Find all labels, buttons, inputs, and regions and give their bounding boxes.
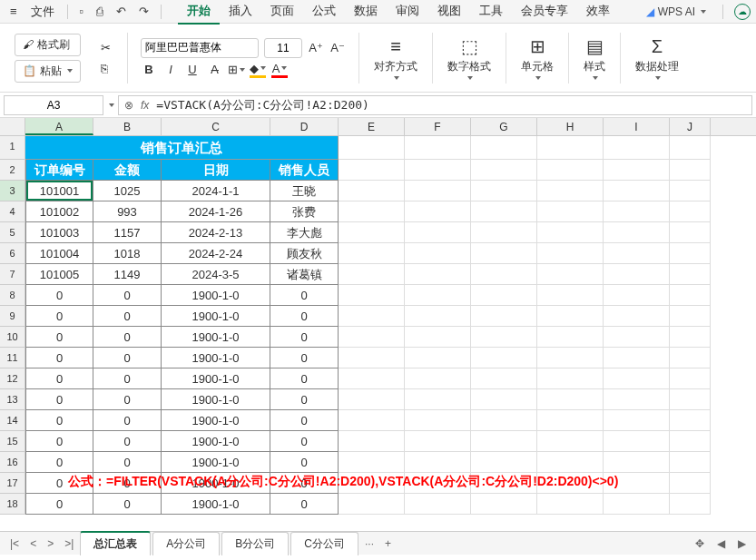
cell[interactable] <box>405 285 471 306</box>
cell[interactable] <box>537 452 604 473</box>
cell[interactable]: 1018 <box>93 243 162 264</box>
col-header-I[interactable]: I <box>604 118 670 135</box>
sheet-nav-prev[interactable]: < <box>25 535 41 552</box>
col-header-J[interactable]: J <box>670 118 711 135</box>
cell[interactable] <box>405 306 471 327</box>
cell[interactable]: 0 <box>93 431 162 452</box>
cell[interactable]: 2024-2-24 <box>162 243 270 264</box>
cell[interactable] <box>471 368 537 389</box>
tab-page[interactable]: 页面 <box>261 0 303 25</box>
cell[interactable]: 0 <box>25 410 93 431</box>
cell[interactable]: 1900-1-0 <box>162 431 270 452</box>
cell[interactable] <box>405 431 471 452</box>
cell[interactable] <box>471 494 537 515</box>
cell[interactable]: 0 <box>93 285 162 306</box>
cell-ref-dropdown[interactable] <box>109 103 114 107</box>
cell[interactable] <box>405 494 471 515</box>
header-cell[interactable]: 订单编号 <box>25 160 93 181</box>
cell[interactable]: 0 <box>25 368 93 389</box>
cell[interactable] <box>471 389 537 410</box>
fill-color-button[interactable]: ◆ <box>250 62 266 78</box>
cell[interactable] <box>471 410 537 431</box>
tab-data[interactable]: 数据 <box>345 0 387 25</box>
cell[interactable]: 顾友秋 <box>270 243 339 264</box>
cell[interactable]: 0 <box>270 368 339 389</box>
cell[interactable]: 0 <box>93 494 162 515</box>
cell-reference-input[interactable] <box>4 95 103 115</box>
cell[interactable] <box>339 494 405 515</box>
cell[interactable] <box>670 473 711 494</box>
cell[interactable]: 1900-1-0 <box>162 494 270 515</box>
scroll-right[interactable]: ▶ <box>733 535 751 552</box>
cell[interactable] <box>537 327 604 348</box>
cell[interactable] <box>405 264 471 285</box>
row-header[interactable]: 1 <box>0 136 25 160</box>
wps-ai-button[interactable]: ◢WPS AI <box>641 4 712 20</box>
tab-review[interactable]: 审阅 <box>387 0 428 25</box>
cell[interactable]: 0 <box>93 410 162 431</box>
sheet-more[interactable]: ··· <box>360 535 378 552</box>
cut-icon[interactable]: ✂ <box>97 39 114 56</box>
data-process-button[interactable]: Σ数据处理 <box>628 33 686 84</box>
cell[interactable]: 1025 <box>93 181 162 201</box>
cell[interactable] <box>339 306 405 327</box>
cell[interactable]: 101003 <box>25 222 93 243</box>
cell[interactable] <box>670 222 711 243</box>
col-header-D[interactable]: D <box>270 118 339 135</box>
row-header[interactable]: 8 <box>0 285 25 306</box>
title-cell[interactable]: 销售订单汇总 <box>25 136 339 160</box>
cell[interactable] <box>537 431 604 452</box>
border-button[interactable]: ⊞ <box>228 62 244 78</box>
cloud-sync-icon[interactable]: ☁ <box>734 4 751 20</box>
sheet-tab-c[interactable]: C分公司 <box>290 532 358 555</box>
add-sheet-button[interactable]: + <box>380 535 396 552</box>
sheet-nav-last[interactable]: >| <box>60 535 78 552</box>
cell[interactable] <box>471 348 537 368</box>
cell[interactable]: 1900-1-0 <box>162 306 270 327</box>
cell[interactable] <box>604 327 670 348</box>
decrease-font-icon[interactable]: A⁻ <box>329 40 346 56</box>
header-cell[interactable]: 日期 <box>162 160 270 181</box>
cell[interactable]: 0 <box>93 389 162 410</box>
cell[interactable] <box>471 431 537 452</box>
cell[interactable] <box>604 494 670 515</box>
tab-view[interactable]: 视图 <box>428 0 470 25</box>
cell[interactable] <box>471 327 537 348</box>
cell[interactable] <box>405 452 471 473</box>
cell[interactable] <box>604 410 670 431</box>
cell[interactable]: 0 <box>25 285 93 306</box>
cell[interactable]: 王晓 <box>270 181 339 201</box>
cell[interactable]: 0 <box>270 348 339 368</box>
col-header-A[interactable]: A <box>25 118 93 135</box>
cell[interactable] <box>339 243 405 264</box>
cell[interactable]: 2024-2-13 <box>162 222 270 243</box>
row-header[interactable]: 11 <box>0 348 25 368</box>
tab-home[interactable]: 开始 <box>178 0 220 25</box>
strikethrough-button[interactable]: A̶ <box>206 62 222 78</box>
cell[interactable]: 2024-3-5 <box>162 264 270 285</box>
cell[interactable] <box>604 222 670 243</box>
cell[interactable] <box>537 285 604 306</box>
file-menu[interactable]: 文件 <box>31 4 54 20</box>
cell[interactable] <box>537 389 604 410</box>
cell[interactable]: 101004 <box>25 243 93 264</box>
print-icon[interactable]: ⎙ <box>92 3 108 20</box>
cell[interactable]: 1900-1-0 <box>162 389 270 410</box>
cell[interactable] <box>405 410 471 431</box>
col-header-E[interactable]: E <box>339 118 405 135</box>
cell[interactable]: 101002 <box>25 201 93 222</box>
tab-tools[interactable]: 工具 <box>470 0 512 25</box>
cell[interactable] <box>537 264 604 285</box>
cell[interactable]: 0 <box>93 348 162 368</box>
cell[interactable] <box>670 285 711 306</box>
row-header[interactable]: 10 <box>0 327 25 348</box>
row-header[interactable]: 6 <box>0 243 25 264</box>
row-header[interactable]: 15 <box>0 431 25 452</box>
cell[interactable] <box>670 348 711 368</box>
row-header[interactable]: 9 <box>0 306 25 327</box>
cell[interactable]: 0 <box>93 327 162 348</box>
cell[interactable] <box>537 494 604 515</box>
cell[interactable]: 李大彪 <box>270 222 339 243</box>
cell[interactable] <box>670 410 711 431</box>
italic-button[interactable]: I <box>162 62 179 78</box>
